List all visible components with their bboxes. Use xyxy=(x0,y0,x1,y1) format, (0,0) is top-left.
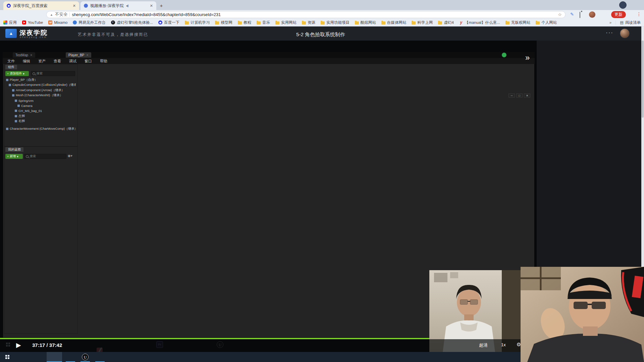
header-more-icon[interactable]: ··· xyxy=(606,29,613,36)
unreal-icon xyxy=(111,20,115,24)
bookmark-folder[interactable]: 计算机学习 xyxy=(185,20,210,25)
reading-list-icon: ▤ xyxy=(620,20,624,25)
add-component-button[interactable]: +添加组件▾ xyxy=(5,71,29,76)
folder-icon xyxy=(302,21,306,24)
bookmarks-overflow[interactable]: » xyxy=(609,20,611,24)
browser-profile-icon[interactable] xyxy=(619,1,627,9)
quality-button[interactable]: 超清 xyxy=(479,342,488,348)
close-icon[interactable]: ✕ xyxy=(30,54,33,57)
bookmark-star-icon[interactable]: ☆ xyxy=(558,12,562,17)
url-text[interactable]: shenyecg.com/WebCourse/Index?mediaId=845… xyxy=(72,12,556,17)
browser-menu-icon[interactable]: ⋮ xyxy=(637,11,641,17)
taskbar-unreal-icon[interactable] xyxy=(82,354,89,360)
tab-close-icon[interactable]: ✕ xyxy=(73,4,76,8)
browser-avatar[interactable] xyxy=(589,11,595,18)
source-control-icon[interactable] xyxy=(502,53,506,57)
bookmark-baidu[interactable]: 百度一下 xyxy=(158,20,179,25)
component-row[interactable]: CharacterMovement (CharMoveComp)（继承） xyxy=(6,126,76,131)
tab-close-icon[interactable]: ✕ xyxy=(150,4,153,8)
mixamo-icon xyxy=(48,20,52,24)
folder-icon xyxy=(257,21,261,24)
bookmark-folder[interactable]: 自媒体网站 xyxy=(381,20,407,25)
play-pause-button[interactable]: ▶ xyxy=(16,341,21,349)
bookmark-ue5[interactable]: 虚幻引擎5抢先体验... xyxy=(111,20,153,25)
page-scrollbar-thumb[interactable] xyxy=(642,41,644,118)
search-placeholder: 搜索 xyxy=(37,71,43,76)
bookmark-folder[interactable]: 实用网站 xyxy=(275,20,297,25)
extensions-icon[interactable] xyxy=(580,12,580,18)
bookmark-folder[interactable]: 虚幻4 xyxy=(438,20,453,25)
menu-asset[interactable]: 资产 xyxy=(38,59,46,64)
reading-list-button[interactable]: ▤阅读清单 xyxy=(620,20,641,25)
component-row[interactable]: CH_MS_bag_01 xyxy=(15,108,76,113)
start-button[interactable] xyxy=(5,355,9,359)
bookmark-folder[interactable]: 酷炫网站 xyxy=(355,20,376,25)
bookmarks-bar: 应用 YouTube Mixamo 网易见外工作台 虚幻引擎5抢先体验... 百… xyxy=(0,19,644,26)
bookmark-folder[interactable]: 模型网 xyxy=(215,20,232,25)
new-tab-button[interactable]: + xyxy=(158,2,165,9)
bookmark-folder[interactable]: 科学上网 xyxy=(412,20,433,25)
bookmark-netease[interactable]: 网易见外工作台 xyxy=(73,20,106,25)
menu-window[interactable]: 窗口 xyxy=(85,59,92,64)
browser-tab-baidu[interactable]: 深夜学院_百度搜索 ✕ xyxy=(3,1,79,10)
bookmark-folder[interactable]: 个人网站 xyxy=(536,20,557,25)
sidebar-collapse-button[interactable]: » xyxy=(525,53,530,62)
component-row[interactable]: Mesh (CharacterMesh0)（继承） xyxy=(12,93,76,98)
ue-asset-tab-playerbp[interactable]: Player_BP✕ xyxy=(66,52,91,58)
menu-view[interactable]: 查看 xyxy=(54,59,61,64)
component-row[interactable]: Camera xyxy=(17,103,76,108)
translate-icon[interactable]: ✎ xyxy=(570,12,574,17)
menu-help[interactable]: 帮助 xyxy=(100,59,107,64)
component-row[interactable]: Player_BP（自身） xyxy=(6,77,76,82)
folder-icon xyxy=(412,21,416,24)
tab-audio-icon[interactable]: ◂) xyxy=(126,4,129,7)
ue-asset-tab-testmap[interactable]: TestMap✕ xyxy=(13,52,35,58)
my-blueprint-tab[interactable]: 我的蓝图 xyxy=(5,147,23,152)
blueprint-search-input[interactable]: 搜索 xyxy=(24,154,66,159)
bookmark-youtube[interactable]: YouTube xyxy=(22,20,43,24)
menu-debug[interactable]: 调试 xyxy=(69,59,76,64)
bookmark-label: 科学上网 xyxy=(417,20,433,25)
security-warning-icon: ▲ xyxy=(50,13,53,16)
address-bar[interactable]: ▲ 不安全 shenyecg.com/WebCourse/Index?media… xyxy=(46,11,566,18)
search-icon xyxy=(26,155,29,158)
bookmark-folder[interactable]: 资源 xyxy=(302,20,315,25)
folder-icon xyxy=(185,21,189,24)
search-icon xyxy=(33,72,35,75)
bookmark-folder[interactable]: 无版权网站 xyxy=(505,20,531,25)
blueprint-new-button[interactable]: +新增▾ xyxy=(5,154,23,159)
component-row[interactable]: 右脚 xyxy=(15,119,76,123)
component-icon xyxy=(15,120,17,122)
user-avatar[interactable] xyxy=(620,28,630,38)
component-row[interactable]: SpringArm xyxy=(15,98,76,103)
browser-tab-video[interactable]: 视频播放-深夜学院 ◂) ✕ xyxy=(80,1,156,10)
eye-filter-icon[interactable]: ◉▾ xyxy=(68,154,72,158)
search-placeholder: 搜索 xyxy=(30,154,36,159)
update-button[interactable]: 更新 xyxy=(611,11,626,18)
playback-speed-button[interactable]: 1x xyxy=(501,342,506,347)
site-logo-icon[interactable]: ▲ xyxy=(5,29,17,38)
bookmark-mixamo[interactable]: Mixamo xyxy=(48,20,67,24)
bookmark-folder[interactable]: 实用功能项目 xyxy=(321,20,350,25)
bookmark-apps[interactable]: 应用 xyxy=(3,20,17,25)
folder-icon xyxy=(215,21,219,24)
minimize-button[interactable]: ─ xyxy=(508,94,515,98)
maximize-button[interactable]: □ xyxy=(516,94,523,98)
components-tab[interactable]: 组件 xyxy=(5,65,17,69)
component-icon xyxy=(15,100,17,102)
bookmark-folder[interactable]: 音乐 xyxy=(257,20,270,25)
component-icon xyxy=(17,105,20,107)
bookmark-manual[interactable]: 【manual】什么意... xyxy=(459,20,500,25)
tab-title: 视频播放-深夜学院 xyxy=(90,3,124,9)
component-row[interactable]: CapsuleComponent (CollisionCylinder)（继承） xyxy=(9,82,76,87)
close-icon[interactable]: ✕ xyxy=(86,54,89,57)
bookmark-label: 资源 xyxy=(308,20,315,25)
components-search-input[interactable]: 搜索 xyxy=(31,71,75,76)
component-row[interactable]: 左脚 xyxy=(15,114,76,118)
bookmark-folder[interactable]: 教程 xyxy=(238,20,251,25)
my-blueprint-panel xyxy=(4,146,78,334)
close-button[interactable]: ✕ xyxy=(524,94,530,98)
menu-file[interactable]: 文件 xyxy=(7,59,15,64)
component-row[interactable]: ArrowComponent (Arrow)（继承） xyxy=(12,88,76,93)
menu-edit[interactable]: 编辑 xyxy=(23,59,30,64)
